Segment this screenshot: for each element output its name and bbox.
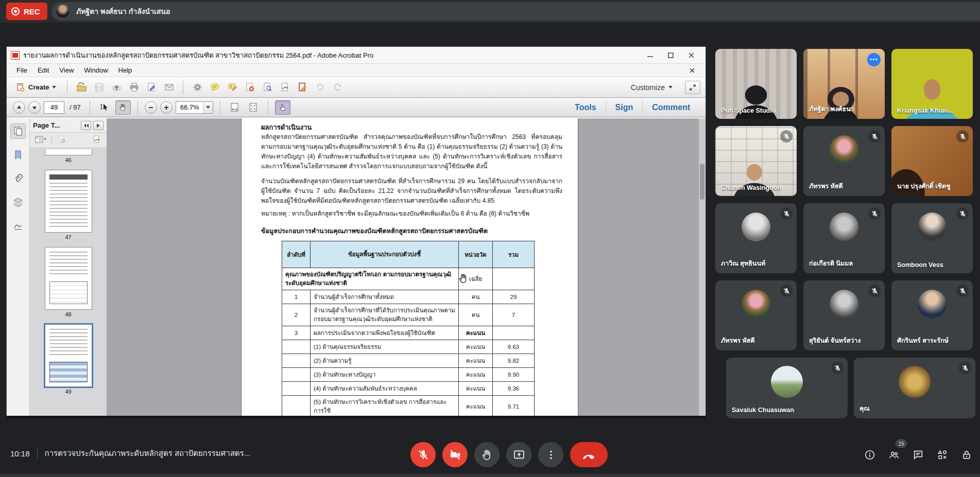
participant-tile-active-speaker[interactable]: ••• ภัทฐิตา พงศ์ธนา [803,49,885,119]
thumbnail-page-47[interactable]: 47 [45,170,92,240]
table-cell: 29 [493,290,535,304]
tab-tools[interactable]: Tools [565,101,605,114]
zoom-level-control[interactable]: 66.7% [176,101,213,114]
tile-menu-button[interactable]: ••• [867,53,881,66]
table-cell: คะแนน [459,340,493,354]
save-icon[interactable] [92,80,106,95]
undo-icon[interactable] [313,80,327,95]
edit-pdf-icon[interactable] [295,80,310,95]
touch-mode-icon[interactable] [275,100,290,115]
open-icon[interactable] [74,80,89,95]
find-icon[interactable] [260,80,274,95]
collapse-pane-icon[interactable] [81,121,91,130]
cloud-upload-icon[interactable] [109,80,124,95]
activities-icon[interactable] [936,448,949,462]
comment-icon[interactable] [208,80,222,95]
col-header: ลำดับที่ [282,241,311,268]
thumbnail-number: 47 [65,234,71,240]
redo-icon[interactable] [330,80,345,95]
email-icon[interactable] [162,80,176,95]
chat-icon[interactable] [912,448,925,462]
menu-window[interactable]: Window [79,65,112,76]
host-controls-icon[interactable] [960,448,973,462]
participant-tile[interactable]: ก่อเกียรติ นิมมล [803,203,885,273]
customize-button[interactable]: Customize [627,81,677,94]
participant-tile[interactable]: ภัทรพร หัสดี [803,126,885,196]
create-button[interactable]: Create [12,81,60,94]
participant-tile[interactable]: ภัทรพร หัสดี [715,280,797,350]
print-icon[interactable] [127,80,141,95]
participant-tile[interactable]: Pun Space Studio [715,49,797,119]
previous-page-button[interactable] [13,101,25,114]
fill-sign-icon[interactable] [144,80,159,95]
zoom-dropdown-button[interactable] [203,102,213,113]
attachments-icon[interactable] [10,171,26,186]
delete-page-icon[interactable] [57,135,66,146]
minimize-button[interactable] [640,48,660,62]
extract-page-icon[interactable] [92,135,101,146]
table-row: (5) ด้านทักษะการวิเคราะห์เชิงตัวเลข การส… [282,396,535,416]
next-page-button[interactable] [28,101,41,114]
tab-sign[interactable]: Sign [606,101,643,114]
settings-icon[interactable] [190,80,204,95]
layers-icon[interactable] [10,195,26,210]
participant-tile[interactable]: Chanon Wasinghon [715,126,797,196]
meeting-info: 10:18 การตรวจประกันคุณภาพระดับหลักสูตร ส… [10,437,250,469]
mic-off-button[interactable] [410,442,436,467]
select-tool-icon[interactable] [97,100,112,115]
menu-edit[interactable]: Edit [33,65,54,76]
page-thumbnails-icon[interactable] [10,123,26,139]
expand-toolbar-icon[interactable] [685,81,700,94]
present-screen-button[interactable] [506,442,531,467]
vertical-scrollbar[interactable] [698,118,706,416]
info-icon[interactable] [863,448,876,462]
delete-pages-icon[interactable] [243,80,257,95]
menu-file[interactable]: File [12,65,32,76]
participant-tile[interactable]: ภาวิณ สุทธินนท์ [715,203,797,273]
table-cell [282,368,311,382]
signatures-icon[interactable] [10,218,26,234]
maximize-button[interactable] [660,48,681,62]
participant-tile[interactable]: Kriangsak Khiao... [891,49,973,119]
participant-tile[interactable]: Savaluk Chuasuwan [726,358,848,418]
hand-tool-icon[interactable] [115,100,131,115]
participant-tile[interactable]: Somboon Vess [891,203,973,273]
pdf-page[interactable]: ผลการดำเนินงาน หลักสูตรสถาปัตยกรรมศาสตรบ… [241,118,578,416]
fit-width-icon[interactable] [227,100,243,115]
raise-hand-button[interactable] [474,442,500,467]
document-close-icon[interactable] [682,64,702,77]
participant-tile[interactable]: คุณ [854,358,975,418]
thumbnail-page-49[interactable]: 49 [45,324,92,395]
highlight-icon[interactable]: T [225,80,239,95]
menu-help[interactable]: Help [114,65,137,76]
chevron-down-icon [206,106,210,109]
avatar [830,213,858,241]
page-navigation-toolbar: / 97 66.7% Tools Sign Comment [7,98,706,117]
pane-forward-icon[interactable] [93,121,104,130]
people-icon[interactable] [887,448,901,462]
window-title-bar[interactable]: รายงานผลการดำเนินงานของหลักสูตรสถาปัตยกร… [7,47,706,64]
thumbnail-options-icon[interactable] [35,136,46,145]
camera-off-button[interactable] [442,442,468,467]
document-canvas[interactable]: ผลการดำเนินงาน หลักสูตรสถาปัตยกรรมศาสตรบ… [107,118,706,416]
leave-call-button[interactable] [570,442,608,467]
tab-comment[interactable]: Comment [642,101,699,114]
zoom-out-button[interactable] [145,101,157,114]
participant-tile[interactable]: ศักรินทร์ สาระรักษ์ [891,280,973,350]
zoom-in-button[interactable] [160,101,173,114]
page-number-input[interactable] [44,101,64,114]
participant-tile[interactable]: สุริยันต์ จันทร์สว่าง [803,280,885,350]
thumbnail-page-46[interactable]: 46 [45,149,92,163]
close-button[interactable] [681,48,701,62]
thumbnail-page-48[interactable]: 48 [45,247,92,317]
record-icon [11,7,20,15]
bookmarks-icon[interactable] [10,147,26,163]
participant-name: ภาวิณ สุทธินนท์ [721,258,765,269]
export-icon[interactable] [278,80,292,95]
more-options-button[interactable] [538,442,563,467]
avatar [742,213,770,241]
scrollbar-thumb[interactable] [700,164,704,200]
participant-tile[interactable]: นาย ปรุงศักดิ์ เชิดชู [891,126,973,196]
menu-view[interactable]: View [55,65,78,76]
fit-page-icon[interactable] [246,100,261,115]
